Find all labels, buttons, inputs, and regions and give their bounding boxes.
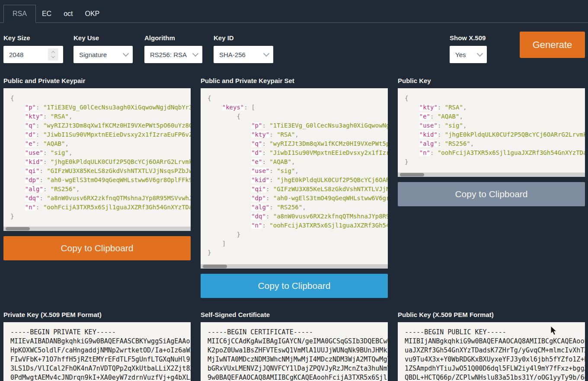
show-x509-select[interactable]: Yes: [450, 46, 487, 63]
tab-ec[interactable]: EC: [36, 5, 58, 22]
copy-keypair-set-button[interactable]: Copy to Clipboard: [201, 274, 388, 298]
key-id-value: SHA-256: [219, 51, 246, 58]
certificate-box: -----BEGIN CERTIFICATE-----MIIC6jCCAdKgA…: [201, 322, 388, 381]
algorithm-label: Algorithm: [144, 34, 202, 42]
show-x509-value: Yes: [455, 51, 466, 58]
key-use-value: Signature: [79, 51, 107, 58]
copy-public-key-button[interactable]: Copy to Clipboard: [398, 182, 585, 206]
public-key-title: Public Key: [398, 77, 585, 84]
tab-oct[interactable]: oct: [58, 5, 79, 22]
keypair-set-hscrollbar-thumb[interactable]: [203, 265, 227, 268]
public-pem-box: -----BEGIN PUBLIC KEY-----MIIBIjANBgkqhk…: [398, 322, 585, 381]
copy-keypair-button[interactable]: Copy to Clipboard: [3, 236, 191, 260]
chevron-down-icon: [192, 51, 198, 57]
certificate-text: -----BEGIN CERTIFICATE-----MIIC6jCCAdKgA…: [208, 328, 388, 381]
public-key-section: Public Key { "kty": "RSA", "e": "AQAB", …: [398, 77, 585, 206]
private-pem-box: -----BEGIN PRIVATE KEY-----MIIEvAIBADANB…: [3, 322, 191, 381]
private-pem-text: -----BEGIN PRIVATE KEY-----MIIEvAIBADANB…: [10, 328, 191, 381]
key-size-input[interactable]: 2048: [3, 46, 63, 63]
keypair-hscrollbar[interactable]: [3, 227, 191, 231]
generator-controls: Key Size 2048 Key Use Signature Algorith…: [0, 30, 588, 70]
private-pem-section: Private Key (X.509 PEM Format) -----BEGI…: [3, 311, 191, 381]
public-pem-title: Public Key (X.509 PEM Format): [398, 311, 585, 318]
certificate-section: Self-Signed Certificate -----BEGIN CERTI…: [201, 311, 388, 381]
show-x509-label: Show X.509: [450, 34, 487, 42]
tab-okp[interactable]: OKP: [79, 5, 105, 22]
key-use-group: Key Use Signature: [74, 34, 133, 63]
public-key-hscrollbar-thumb[interactable]: [400, 173, 424, 176]
results-grid: Public and Private Keypair { "p": "1TiE3…: [3, 77, 585, 381]
show-x509-group: Show X.509 Yes: [450, 34, 487, 63]
private-pem-title: Private Key (X.509 PEM Format): [3, 311, 191, 318]
certificate-title: Self-Signed Certificate: [201, 311, 388, 318]
key-type-tabs: RSA EC oct OKP: [0, 0, 588, 23]
key-id-group: Key ID SHA-256: [214, 34, 273, 63]
key-id-label: Key ID: [214, 34, 273, 42]
public-pem-section: Public Key (X.509 PEM Format) -----BEGIN…: [398, 311, 585, 381]
keypair-json-box: { "p": "1TiE3EVg_G0lCecNsu3agh0XiGqwowNg…: [3, 88, 191, 231]
keypair-set-json: { "keys": [ { "p": "1TiE3EVg_G0lCecNsu3a…: [201, 88, 388, 257]
generate-button[interactable]: Generate: [520, 32, 585, 58]
key-use-select[interactable]: Signature: [74, 46, 133, 63]
tab-rsa[interactable]: RSA: [3, 5, 36, 23]
key-size-group: Key Size 2048: [3, 34, 63, 63]
public-key-json: { "kty": "RSA", "e": "AQAB", "use": "sig…: [398, 88, 585, 166]
algorithm-select[interactable]: RS256: RSA: [144, 46, 202, 63]
keypair-hscrollbar-thumb[interactable]: [6, 227, 30, 231]
public-key-json-box: { "kty": "RSA", "e": "AQAB", "use": "sig…: [398, 88, 585, 177]
chevron-down-icon: [477, 51, 483, 57]
keypair-set-section: Public and Private Keypair Set { "keys":…: [201, 77, 388, 298]
public-key-hscrollbar[interactable]: [398, 173, 585, 177]
chevron-down-icon: [123, 51, 129, 57]
keypair-json: { "p": "1TiE3EVg_G0lCecNsu3agh0XiGqwowNg…: [3, 88, 191, 221]
chevron-down-icon: [263, 51, 269, 57]
keypair-set-json-box: { "keys": [ { "p": "1TiE3EVg_G0lCecNsu3a…: [201, 88, 388, 269]
public-pem-text: -----BEGIN PUBLIC KEY-----MIIBIjANBgkqhk…: [405, 328, 585, 381]
keypair-set-hscrollbar[interactable]: [201, 264, 388, 269]
key-use-label: Key Use: [74, 34, 133, 42]
stepper-down-icon[interactable]: [51, 54, 55, 58]
keypair-title: Public and Private Keypair: [3, 77, 191, 84]
algorithm-value: RS256: RSA: [150, 51, 187, 58]
key-size-stepper[interactable]: [48, 48, 58, 61]
key-size-value: 2048: [9, 51, 23, 58]
key-id-select[interactable]: SHA-256: [214, 46, 273, 63]
keypair-section: Public and Private Keypair { "p": "1TiE3…: [3, 77, 191, 260]
key-size-label: Key Size: [3, 34, 63, 42]
keypair-set-title: Public and Private Keypair Set: [201, 77, 388, 84]
algorithm-group: Algorithm RS256: RSA: [144, 34, 202, 63]
